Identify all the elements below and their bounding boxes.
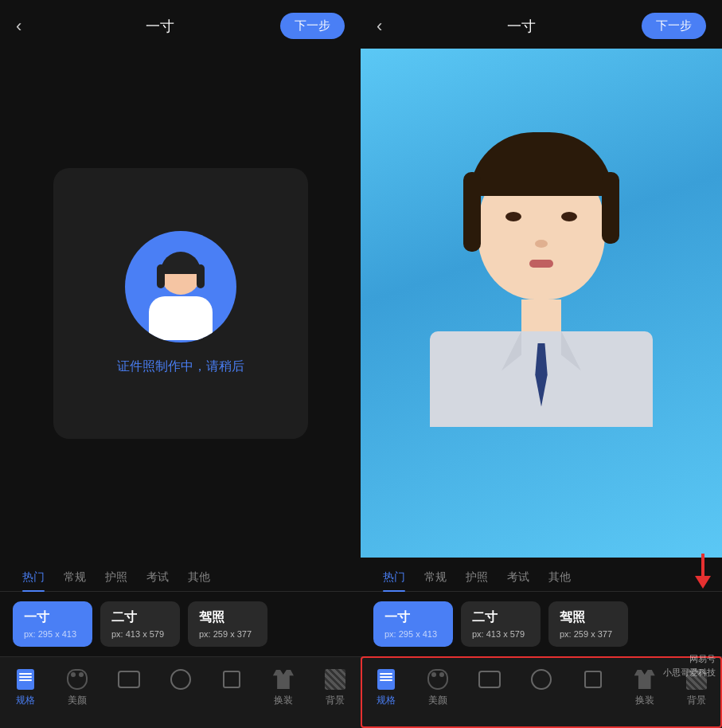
left-toolbar-spec[interactable]: 规格 bbox=[0, 663, 52, 712]
avatar-hair-top bbox=[161, 252, 201, 274]
left-back-button[interactable]: ‹ bbox=[16, 16, 40, 37]
left-tab-passport[interactable]: 护照 bbox=[96, 564, 137, 591]
red-arrow-line bbox=[701, 554, 704, 577]
left-spec-icon bbox=[14, 668, 37, 691]
left-tab-other[interactable]: 其他 bbox=[178, 564, 220, 591]
processing-text: 证件照制作中，请稍后 bbox=[117, 358, 244, 375]
left-size-1cun-dim: px: 295 x 413 bbox=[24, 629, 81, 639]
right-outfit-icon bbox=[634, 668, 656, 691]
left-next-button[interactable]: 下一步 bbox=[280, 13, 345, 39]
nav-square-shape bbox=[223, 671, 240, 688]
right-size-1cun[interactable]: 一寸 px: 295 x 413 bbox=[373, 601, 453, 647]
face-nose bbox=[535, 240, 548, 248]
face-container bbox=[361, 49, 722, 558]
left-bg-icon bbox=[324, 668, 346, 691]
left-tab-exam[interactable]: 考试 bbox=[137, 564, 178, 591]
right-size-license[interactable]: 驾照 px: 259 x 377 bbox=[548, 601, 628, 647]
left-panel: ‹ 一寸 下一步 证件照制作中，请稍后 热门 常规 护照 考试 其他 bbox=[0, 0, 361, 728]
left-tab-hot[interactable]: 热门 bbox=[13, 564, 54, 591]
face-tie bbox=[533, 343, 550, 407]
right-toolbar-nav-home[interactable] bbox=[516, 663, 568, 712]
right-toolbar-nav-back[interactable] bbox=[464, 663, 516, 712]
left-outfit-icon bbox=[272, 668, 295, 691]
left-toolbar-nav-back[interactable] bbox=[103, 663, 154, 712]
watermark: 网易号 小思哥爱科技 bbox=[663, 652, 716, 680]
nav-back-shape bbox=[118, 671, 140, 688]
right-size-1cun-dim: px: 295 x 413 bbox=[384, 629, 442, 639]
left-size-1cun[interactable]: 一寸 px: 295 x 413 bbox=[13, 601, 92, 647]
left-tabs-bar: 热门 常规 护照 考试 其他 bbox=[0, 558, 361, 592]
left-size-license-dim: px: 259 x 377 bbox=[199, 629, 256, 639]
face-hair-left bbox=[463, 172, 481, 252]
left-size-2cun[interactable]: 二寸 px: 413 x 579 bbox=[100, 601, 180, 647]
right-nav-home-icon bbox=[530, 668, 552, 691]
right-toolbar-spec[interactable]: 规格 bbox=[361, 663, 412, 712]
right-nav-square-shape bbox=[584, 671, 602, 688]
right-size-1cun-name: 一寸 bbox=[384, 609, 442, 626]
doc-icon bbox=[17, 669, 34, 690]
face-figure bbox=[430, 156, 653, 427]
right-size-2cun[interactable]: 二寸 px: 413 x 579 bbox=[461, 601, 541, 647]
right-doc-icon bbox=[377, 669, 395, 690]
left-size-2cun-name: 二寸 bbox=[111, 609, 169, 626]
left-toolbar-nav-home[interactable] bbox=[154, 663, 206, 712]
left-beauty-label: 美颜 bbox=[68, 694, 87, 707]
left-toolbar-outfit[interactable]: 换装 bbox=[258, 663, 310, 712]
right-shirt-shape bbox=[634, 670, 655, 689]
red-arrow-down bbox=[695, 576, 711, 589]
face-head bbox=[478, 156, 605, 299]
left-size-license-name: 驾照 bbox=[199, 609, 256, 626]
red-arrow-indicator bbox=[695, 554, 711, 589]
face-body-shirt bbox=[430, 331, 653, 427]
right-spec-icon bbox=[375, 668, 397, 691]
right-bg-label: 背景 bbox=[687, 694, 706, 707]
right-tab-regular[interactable]: 常规 bbox=[415, 564, 456, 591]
left-bg-label: 背景 bbox=[326, 694, 345, 707]
left-title: 一寸 bbox=[146, 17, 174, 36]
right-toolbar-nav-square[interactable] bbox=[567, 663, 619, 712]
left-size-1cun-name: 一寸 bbox=[24, 609, 81, 626]
left-size-license[interactable]: 驾照 px: 259 x 377 bbox=[188, 601, 267, 647]
right-size-license-name: 驾照 bbox=[560, 609, 617, 626]
avatar-hair-left bbox=[157, 264, 165, 288]
photo-preview bbox=[361, 49, 722, 558]
right-size-license-dim: px: 259 x 377 bbox=[560, 629, 617, 639]
shirt-shape bbox=[273, 670, 294, 689]
left-toolbar: 规格 美颜 换装 bbox=[0, 656, 361, 728]
left-content-area: 证件照制作中，请稍后 bbox=[0, 49, 361, 558]
right-nav-home-shape bbox=[531, 669, 552, 690]
right-toolbar-beauty[interactable]: 美颜 bbox=[412, 663, 464, 712]
right-nav-square-icon bbox=[582, 668, 604, 691]
right-size-2cun-name: 二寸 bbox=[472, 609, 529, 626]
left-toolbar-bg[interactable]: 背景 bbox=[309, 663, 361, 712]
right-beauty-face-icon bbox=[427, 669, 448, 690]
right-tab-passport[interactable]: 护照 bbox=[456, 564, 498, 591]
left-nav-home-icon bbox=[170, 668, 192, 691]
face-lips bbox=[529, 260, 553, 268]
watermark-line2: 小思哥爱科技 bbox=[663, 666, 716, 680]
face-neck bbox=[521, 299, 561, 331]
right-tab-exam[interactable]: 考试 bbox=[498, 564, 539, 591]
right-next-button[interactable]: 下一步 bbox=[642, 13, 706, 39]
nav-home-shape bbox=[170, 669, 191, 690]
face-eye-right bbox=[561, 212, 577, 221]
right-header: ‹ 一寸 下一步 bbox=[361, 0, 722, 49]
face-collar-left bbox=[501, 331, 541, 371]
right-spec-label: 规格 bbox=[377, 694, 396, 707]
right-size-2cun-dim: px: 413 x 579 bbox=[472, 629, 529, 639]
right-photo-area bbox=[361, 49, 722, 558]
right-tab-other[interactable]: 其他 bbox=[539, 564, 580, 591]
face-hair-top bbox=[470, 132, 613, 196]
right-size-options: 一寸 px: 295 x 413 二寸 px: 413 x 579 驾照 px:… bbox=[361, 592, 722, 656]
left-tab-regular[interactable]: 常规 bbox=[54, 564, 96, 591]
left-toolbar-beauty[interactable]: 美颜 bbox=[52, 663, 103, 712]
face-collar-right bbox=[541, 331, 581, 371]
right-panel: ‹ 一寸 下一步 bbox=[361, 0, 722, 728]
right-beauty-label: 美颜 bbox=[428, 694, 447, 707]
left-size-options: 一寸 px: 295 x 413 二寸 px: 413 x 579 驾照 px:… bbox=[0, 592, 361, 656]
left-toolbar-nav-square[interactable] bbox=[206, 663, 258, 712]
avatar-head bbox=[161, 255, 201, 295]
right-tab-hot[interactable]: 热门 bbox=[373, 564, 415, 591]
right-tabs-bar: 热门 常规 护照 考试 其他 bbox=[361, 558, 722, 592]
right-back-button[interactable]: ‹ bbox=[377, 16, 400, 37]
